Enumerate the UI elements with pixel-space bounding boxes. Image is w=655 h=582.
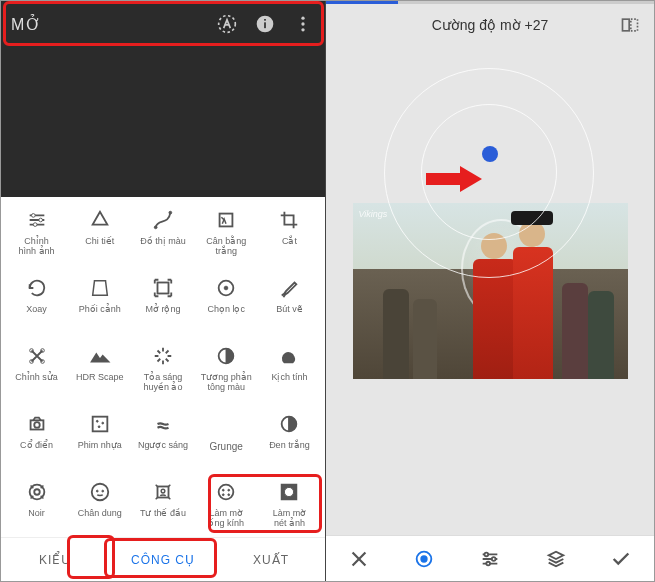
tool-label: Chi tiết <box>85 236 114 246</box>
tool-headpose[interactable]: Tư thế đầu <box>131 475 194 537</box>
edited-photo: Vikings <box>353 203 628 379</box>
svg-point-10 <box>154 226 157 229</box>
tool-label: Đồ thị màu <box>140 236 186 246</box>
tool-vintage[interactable]: Cổ điển <box>5 407 68 475</box>
tool-portrait[interactable]: Chân dung <box>68 475 131 537</box>
tool-label: Ngược sáng <box>138 440 188 450</box>
headpose-icon <box>152 481 174 503</box>
tool-crop[interactable]: Cắt <box>258 203 321 271</box>
tool-selective[interactable]: Chọn lọc <box>195 271 258 339</box>
tool-label: Đen trắng <box>269 440 310 450</box>
svg-point-9 <box>33 223 37 227</box>
tonal-icon <box>215 345 237 367</box>
tool-tonal[interactable]: Tương phảntông màu <box>195 339 258 407</box>
tool-label: Phim nhựa <box>78 440 122 450</box>
focus-point[interactable] <box>482 146 498 162</box>
tools-panel: Chỉnhhình ảnhChi tiếtĐồ thị màuCân bằngt… <box>1 197 325 537</box>
svg-point-32 <box>102 490 104 492</box>
svg-rect-2 <box>264 22 266 28</box>
retrolux-icon <box>152 413 174 435</box>
tool-grunge[interactable]: GrungeGrunge <box>195 407 258 475</box>
vignette-icon <box>278 481 300 503</box>
svg-rect-13 <box>157 283 168 294</box>
tool-perspective[interactable]: Phối cảnh <box>68 271 131 339</box>
brush-icon <box>278 277 300 299</box>
tab-styles[interactable]: KIỂU <box>1 538 109 581</box>
selective-icon <box>215 277 237 299</box>
rotate-icon <box>26 277 48 299</box>
canvas[interactable]: Vikings <box>326 46 654 535</box>
svg-point-7 <box>31 214 35 218</box>
editor-screen: Cường độ mờ +27 Vikings <box>326 1 654 581</box>
vintage-icon <box>26 413 48 435</box>
tool-label: Cân bằngtrắng <box>206 236 246 257</box>
svg-point-24 <box>96 420 98 422</box>
grunge-icon: Grunge <box>210 435 243 457</box>
details-icon <box>89 209 111 231</box>
slider-readout: Cường độ mờ +27 <box>326 4 654 46</box>
tool-label: Chỉnhhình ảnh <box>19 236 55 257</box>
auto-icon[interactable] <box>215 12 239 36</box>
tool-details[interactable]: Chi tiết <box>68 203 131 271</box>
annotation-arrow <box>426 166 482 192</box>
tool-grainy[interactable]: Phim nhựa <box>68 407 131 475</box>
photo-preview: MỞ <box>1 1 325 197</box>
svg-point-26 <box>98 426 100 428</box>
tool-drama[interactable]: Kịch tính <box>258 339 321 407</box>
svg-point-31 <box>96 490 98 492</box>
tool-label: Mở rộng <box>145 304 180 314</box>
tool-label: Phối cảnh <box>79 304 121 314</box>
open-button[interactable]: MỞ <box>11 15 43 34</box>
tool-label: Làm mờnét ảnh <box>273 508 307 529</box>
adjust-button[interactable] <box>474 543 506 575</box>
tool-healing[interactable]: Chỉnh sửa <box>5 339 68 407</box>
crop-icon <box>278 209 300 231</box>
tool-rotate[interactable]: Xoay <box>5 271 68 339</box>
tool-label: Noir <box>28 508 45 518</box>
info-icon[interactable] <box>253 12 277 36</box>
svg-rect-33 <box>157 487 168 498</box>
tool-label: Tương phảntông màu <box>201 372 252 393</box>
tune-icon <box>26 209 48 231</box>
tool-tune[interactable]: Chỉnhhình ảnh <box>5 203 68 271</box>
tool-bw[interactable]: Đen trắng <box>258 407 321 475</box>
apply-button[interactable] <box>605 543 637 575</box>
whitebalance-icon <box>215 209 237 231</box>
grainy-icon <box>89 413 111 435</box>
tool-expand[interactable]: Mở rộng <box>131 271 194 339</box>
tool-vignette[interactable]: Làm mờnét ảnh <box>258 475 321 537</box>
svg-point-29 <box>34 489 40 495</box>
overflow-icon[interactable] <box>291 12 315 36</box>
svg-rect-12 <box>220 214 233 227</box>
svg-point-25 <box>102 422 104 424</box>
tool-hdr[interactable]: HDR Scape <box>68 339 131 407</box>
tool-label: Tư thế đầu <box>140 508 186 518</box>
tool-brush[interactable]: Bút vẽ <box>258 271 321 339</box>
tab-tools[interactable]: CÔNG CỤ <box>109 538 217 581</box>
lensblur-icon <box>215 481 237 503</box>
portrait-icon <box>89 481 111 503</box>
blur-shape-button[interactable] <box>408 543 440 575</box>
expand-icon <box>152 277 174 299</box>
tool-lensblur[interactable]: Làm mờống kính <box>195 475 258 537</box>
svg-rect-23 <box>92 417 107 432</box>
svg-point-6 <box>301 28 304 31</box>
tab-export[interactable]: XUẤT <box>217 538 325 581</box>
cancel-button[interactable] <box>343 543 375 575</box>
tool-whitebalance[interactable]: Cân bằngtrắng <box>195 203 258 271</box>
tool-glamour[interactable]: Tỏa sánghuyền ảo <box>131 339 194 407</box>
tool-label: Xoay <box>26 304 47 314</box>
tool-label: Chân dung <box>78 508 122 518</box>
stack-button[interactable] <box>540 543 572 575</box>
svg-point-15 <box>224 286 228 290</box>
tool-retrolux[interactable]: Ngược sáng <box>131 407 194 475</box>
svg-point-36 <box>223 489 225 491</box>
svg-point-41 <box>285 487 294 496</box>
tool-noir[interactable]: Noir <box>5 475 68 537</box>
tool-label: Chọn lọc <box>207 304 245 314</box>
compare-icon[interactable] <box>620 15 640 35</box>
watermark: Vikings <box>359 209 388 219</box>
tool-curves[interactable]: Đồ thị màu <box>131 203 194 271</box>
svg-point-48 <box>486 561 490 565</box>
svg-point-37 <box>228 489 230 491</box>
